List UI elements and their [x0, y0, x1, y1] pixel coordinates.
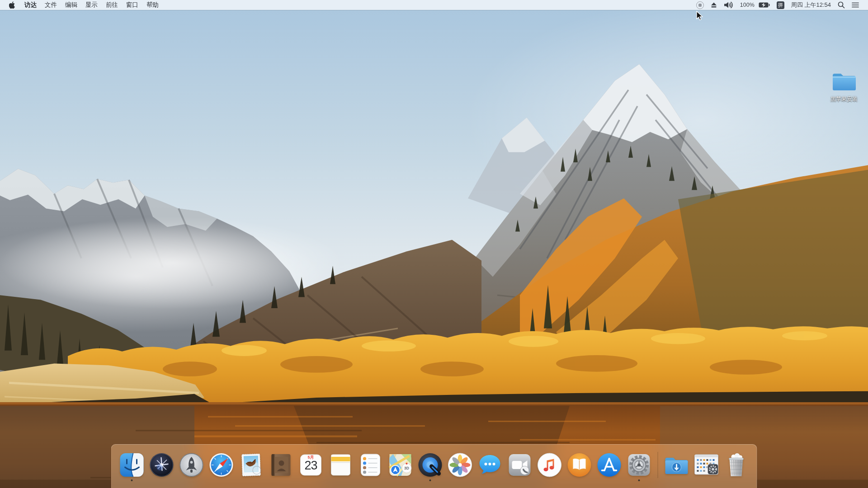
wallpaper-high-sierra — [0, 0, 868, 488]
notification-center-icon[interactable] — [852, 2, 859, 8]
dock-calendar-icon[interactable]: 5月 23 — [298, 452, 324, 478]
volume-icon[interactable] — [724, 1, 733, 9]
dock-ibooks-icon[interactable] — [567, 452, 592, 478]
dock-appstore-icon[interactable] — [597, 452, 622, 478]
dock-launchpad-icon[interactable] — [179, 452, 204, 478]
folder-label: 黑苹果安装 — [830, 95, 858, 103]
dock-reminders-icon[interactable] — [358, 452, 383, 478]
input-method-badge[interactable]: 拼 — [777, 1, 784, 9]
dock-maps-icon[interactable]: 3D — [388, 452, 413, 478]
calendar-day-label: 23 — [298, 459, 324, 473]
desktop: 访达 文件 编辑 显示 前往 窗口 帮助 100% — [0, 0, 868, 488]
menu-bar-clock[interactable]: 周四 上午12:54 — [791, 1, 831, 9]
dock-messages-icon[interactable] — [477, 452, 503, 478]
dock-facetime-icon[interactable] — [507, 452, 533, 478]
apple-menu-icon[interactable] — [8, 1, 20, 9]
dock-trash-full-icon[interactable] — [724, 452, 749, 478]
stop-recording-icon[interactable] — [696, 1, 704, 9]
battery-charging-icon[interactable] — [759, 2, 770, 8]
dock-safari-icon[interactable] — [209, 452, 234, 478]
dock-divider — [658, 452, 658, 478]
menu-edit[interactable]: 编辑 — [61, 0, 81, 10]
dock-finder-icon[interactable] — [119, 452, 145, 478]
menu-view[interactable]: 显示 — [81, 0, 102, 10]
maps-3d-badge: 3D — [402, 463, 412, 473]
desktop-folder-hackintosh-install[interactable]: 黑苹果安装 — [825, 70, 863, 103]
menu-bar: 访达 文件 编辑 显示 前往 窗口 帮助 100% — [0, 0, 868, 10]
dock: 5月 23 — [111, 444, 757, 488]
menu-go[interactable]: 前往 — [102, 0, 122, 10]
battery-percent[interactable]: 100% — [740, 2, 755, 8]
folder-icon — [831, 70, 857, 94]
menu-finder[interactable]: 访达 — [20, 0, 41, 10]
dock-notes-icon[interactable] — [328, 452, 354, 478]
menu-help[interactable]: 帮助 — [142, 0, 163, 10]
dock-system-preferences-icon[interactable] — [627, 452, 652, 478]
dock-itunes-icon[interactable] — [537, 452, 562, 478]
menu-file[interactable]: 文件 — [41, 0, 61, 10]
dock-photos-icon[interactable] — [448, 452, 473, 478]
dock-mail-icon[interactable] — [239, 452, 264, 478]
spotlight-search-icon[interactable] — [838, 1, 845, 9]
dock-siri-icon[interactable] — [149, 452, 175, 478]
menu-window[interactable]: 窗口 — [122, 0, 142, 10]
eject-icon[interactable] — [711, 2, 717, 8]
dock-downloads-folder-icon[interactable] — [664, 452, 689, 478]
dock-minimized-window-icon[interactable] — [694, 452, 719, 478]
dock-quicktime-icon[interactable] — [418, 452, 443, 478]
dock-contacts-icon[interactable] — [269, 452, 294, 478]
